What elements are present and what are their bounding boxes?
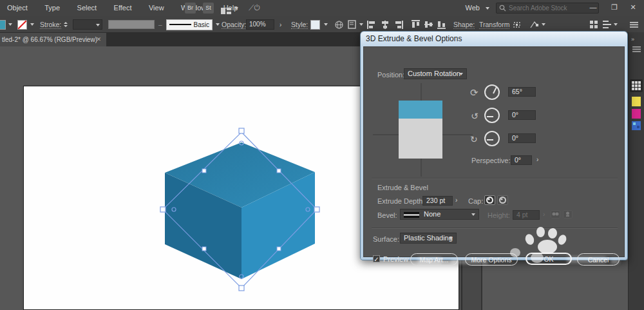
menu-view[interactable]: View xyxy=(142,0,171,16)
height-expand-chevron: › xyxy=(543,211,545,218)
rotate-y-field[interactable]: 0° xyxy=(508,110,536,120)
panel-dock: » xyxy=(628,32,644,310)
bevel-dropdown[interactable]: None xyxy=(400,209,479,220)
dialog-title: 3D Extrude & Bevel Options xyxy=(366,34,462,43)
opacity-label[interactable]: Opacity: xyxy=(222,21,247,29)
stroke-label[interactable]: Stroke: xyxy=(40,21,61,29)
workspace-switcher[interactable]: Web xyxy=(466,0,489,16)
document-tab[interactable]: tled-2* @ 66.67% (RGB/Preview) ✕ xyxy=(0,33,106,46)
shape-label[interactable]: Shape: xyxy=(453,21,475,29)
chevron-down-icon[interactable] xyxy=(324,23,328,26)
menu-select[interactable]: Select xyxy=(70,0,104,16)
surface-dropdown[interactable]: Plastic Shading xyxy=(400,233,457,244)
fill-color-swatch[interactable] xyxy=(0,20,6,30)
cap-hollow-button[interactable] xyxy=(497,195,508,205)
more-options-button[interactable]: More Options xyxy=(465,253,518,266)
search-icon xyxy=(499,5,506,12)
swatches-panel-icon[interactable] xyxy=(630,79,643,92)
workspace-label: Web xyxy=(466,4,480,12)
perspective-field[interactable]: 0° xyxy=(511,155,532,165)
rotate-y-dial[interactable] xyxy=(484,108,500,123)
menu-effect[interactable]: Effect xyxy=(107,0,139,16)
chevron-down-icon xyxy=(486,7,489,10)
opacity-expand-chevron[interactable]: › xyxy=(279,21,281,28)
chevron-down-icon xyxy=(471,213,475,216)
rotate-y-axis-icon: ↺ xyxy=(471,111,478,121)
align-horizontal-right-icon[interactable] xyxy=(394,21,403,29)
tab-close-icon[interactable]: ✕ xyxy=(96,33,101,46)
cap-solid-button[interactable] xyxy=(484,195,495,205)
menu-bar: Object Type Select Effect View Window He… xyxy=(0,0,644,16)
bridge-button[interactable]: Br xyxy=(185,3,196,14)
arrange-documents-icon[interactable] xyxy=(221,5,231,17)
stroke-color-swatch[interactable] xyxy=(17,20,27,30)
menu-type[interactable]: Type xyxy=(37,0,67,16)
document-setup-globe-icon[interactable] xyxy=(335,16,343,33)
panel-menu-icon[interactable] xyxy=(632,46,641,52)
close-button[interactable]: ✕ xyxy=(626,0,640,14)
restore-button[interactable]: ❐ xyxy=(607,0,621,14)
minimize-button[interactable]: — xyxy=(586,0,600,14)
chevron-down-icon[interactable] xyxy=(30,23,34,26)
align-vertical-bottom-icon[interactable] xyxy=(437,20,446,29)
perspective-expand-chevron[interactable]: › xyxy=(536,156,538,163)
panel-menu-icon[interactable] xyxy=(630,16,638,33)
chevron-down-icon[interactable] xyxy=(234,7,238,10)
extrude-bevel-section-label: Extrude & Bevel xyxy=(377,184,428,191)
extrude-depth-field[interactable]: 230 pt xyxy=(422,196,453,206)
opacity-value-field[interactable]: 100% xyxy=(246,19,274,30)
extrude-depth-expand-chevron[interactable]: › xyxy=(455,197,457,204)
style-swatch[interactable] xyxy=(310,20,320,30)
search-input[interactable] xyxy=(509,5,592,12)
ok-button[interactable]: OK xyxy=(526,253,572,265)
pattern-swatch-icon[interactable] xyxy=(632,121,641,130)
rotation-preview-widget[interactable] xyxy=(373,83,476,177)
bevel-value: None xyxy=(424,210,440,218)
align-horizontal-center-icon[interactable] xyxy=(381,21,390,29)
map-art-button[interactable]: Map Art... xyxy=(410,253,458,266)
section-divider xyxy=(372,178,618,179)
align-vertical-top-icon[interactable] xyxy=(412,20,420,29)
position-label: Position: xyxy=(377,71,404,79)
rotate-x-field[interactable]: 65° xyxy=(508,87,536,97)
transform-label[interactable]: Transform xyxy=(479,21,509,29)
rotate-z-dial[interactable] xyxy=(484,131,500,146)
expand-panels-icon[interactable]: » xyxy=(631,36,634,43)
magenta-swatch-icon[interactable] xyxy=(632,109,641,119)
surface-label: Surface: xyxy=(373,235,399,243)
chevron-down-icon[interactable] xyxy=(8,23,12,26)
3d-extrude-bevel-dialog: 3D Extrude & Bevel Options Position: Cus… xyxy=(360,31,628,260)
position-value: Custom Rotation xyxy=(408,70,460,77)
style-label[interactable]: Style: xyxy=(291,21,308,29)
yellow-swatch-icon[interactable] xyxy=(632,97,641,106)
menu-object[interactable]: Object xyxy=(0,0,35,16)
bevel-extent-out-button xyxy=(551,210,560,218)
position-dropdown[interactable]: Custom Rotation xyxy=(404,68,467,79)
perspective-label: Perspective: xyxy=(471,157,511,164)
height-field: 4 pt xyxy=(513,210,540,220)
stroke-weight-stepper[interactable] xyxy=(64,16,68,33)
width-profile-dash: – xyxy=(158,16,162,33)
stock-button[interactable]: St xyxy=(203,3,214,14)
align-vertical-center-icon[interactable] xyxy=(424,20,433,29)
chevron-down-icon xyxy=(459,73,463,75)
align-horizontal-left-icon[interactable] xyxy=(367,21,376,29)
extrude-depth-label: Extrude Depth: xyxy=(377,197,424,205)
extruded-cube-artwork[interactable] xyxy=(148,119,335,300)
rotate-z-axis-icon: ↻ xyxy=(470,134,478,144)
bevel-none-preview-icon xyxy=(404,212,419,218)
document-tab-title: tled-2* @ 66.67% (RGB/Preview) xyxy=(2,36,97,43)
brush-definition-dropdown[interactable]: Basic xyxy=(166,19,213,30)
brush-preview[interactable] xyxy=(108,20,155,29)
surface-value: Plastic Shading xyxy=(404,234,453,242)
document-setup-icon[interactable] xyxy=(348,16,363,33)
gpu-performance-icon[interactable]: ⟋⏻ xyxy=(249,3,260,12)
cancel-button[interactable]: Cancel xyxy=(577,253,620,266)
stroke-weight-dropdown[interactable] xyxy=(73,19,102,30)
bevel-label: Bevel: xyxy=(377,211,397,219)
chevron-down-icon[interactable] xyxy=(216,23,220,26)
preview-checkbox[interactable]: ✓ xyxy=(373,255,380,262)
rotate-z-field[interactable]: 0° xyxy=(508,133,536,143)
stock-search-box[interactable] xyxy=(496,3,599,14)
rotate-x-dial[interactable] xyxy=(484,84,500,100)
